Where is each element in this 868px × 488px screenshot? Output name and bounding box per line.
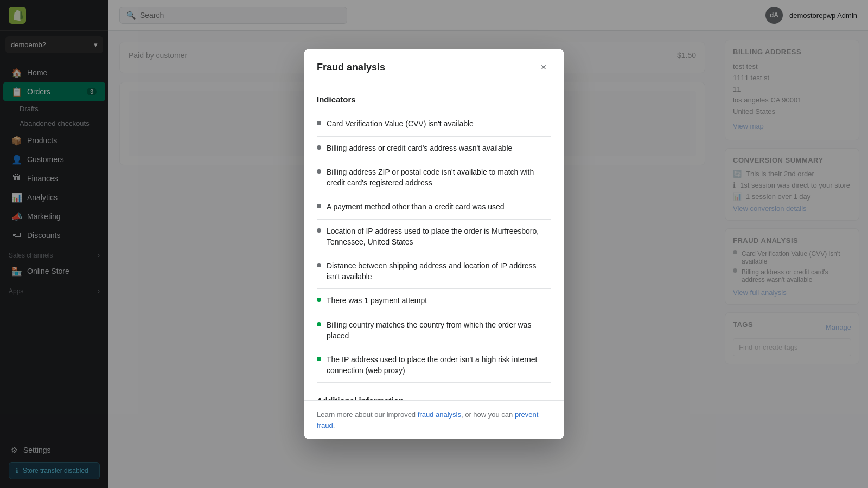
modal-overlay[interactable]: Fraud analysis × Indicators Card Verific… <box>0 0 868 488</box>
indicator-dot-icon <box>317 298 321 302</box>
indicator-dot-icon <box>317 357 321 361</box>
indicator-text: Billing country matches the country from… <box>327 320 551 341</box>
indicator-text: A payment method other than a credit car… <box>327 202 505 213</box>
fraud-analysis-modal: Fraud analysis × Indicators Card Verific… <box>304 49 564 439</box>
indicator-text: The IP address used to place the order i… <box>327 355 551 376</box>
indicator-text: Billing address ZIP or postal code isn't… <box>327 167 551 188</box>
indicator-list: Card Verification Value (CVV) isn't avai… <box>317 112 551 383</box>
indicator-item: The IP address used to place the order i… <box>317 348 551 383</box>
fraud-analysis-link[interactable]: fraud analysis <box>418 410 461 419</box>
indicator-item: Billing country matches the country from… <box>317 313 551 348</box>
indicator-text: Location of IP address used to place the… <box>327 226 551 247</box>
indicator-text: Billing address or credit card's address… <box>327 143 512 154</box>
indicator-dot-icon <box>317 204 321 208</box>
modal-title: Fraud analysis <box>317 62 385 73</box>
indicator-text: Distance between shipping address and lo… <box>327 261 551 282</box>
indicator-dot-icon <box>317 169 321 174</box>
indicator-text: There was 1 payment attempt <box>327 296 427 306</box>
indicator-dot-icon <box>317 322 321 326</box>
indicator-item: Billing address ZIP or postal code isn't… <box>317 160 551 195</box>
additional-heading: Additional information <box>317 396 551 400</box>
modal-header: Fraud analysis × <box>304 49 564 84</box>
indicator-item: Distance between shipping address and lo… <box>317 254 551 289</box>
indicator-dot-icon <box>317 263 321 267</box>
modal-footer: Learn more about our improved fraud anal… <box>304 400 564 439</box>
indicator-dot-icon <box>317 121 321 125</box>
indicator-item: A payment method other than a credit car… <box>317 195 551 220</box>
indicator-item: Billing address or credit card's address… <box>317 137 551 161</box>
indicator-dot-icon <box>317 145 321 150</box>
indicators-heading: Indicators <box>317 95 551 104</box>
indicator-item: Location of IP address used to place the… <box>317 220 551 254</box>
indicator-text: Card Verification Value (CVV) isn't avai… <box>327 119 474 130</box>
modal-body: Indicators Card Verification Value (CVV)… <box>304 84 564 400</box>
indicator-item: Card Verification Value (CVV) isn't avai… <box>317 112 551 137</box>
indicator-dot-icon <box>317 228 321 233</box>
footer-prefix: Learn more about our improved <box>317 410 418 419</box>
modal-close-button[interactable]: × <box>536 60 551 75</box>
footer-middle: , or how you can <box>461 410 515 419</box>
footer-suffix: . <box>333 421 335 429</box>
indicator-item: There was 1 payment attempt <box>317 289 551 313</box>
